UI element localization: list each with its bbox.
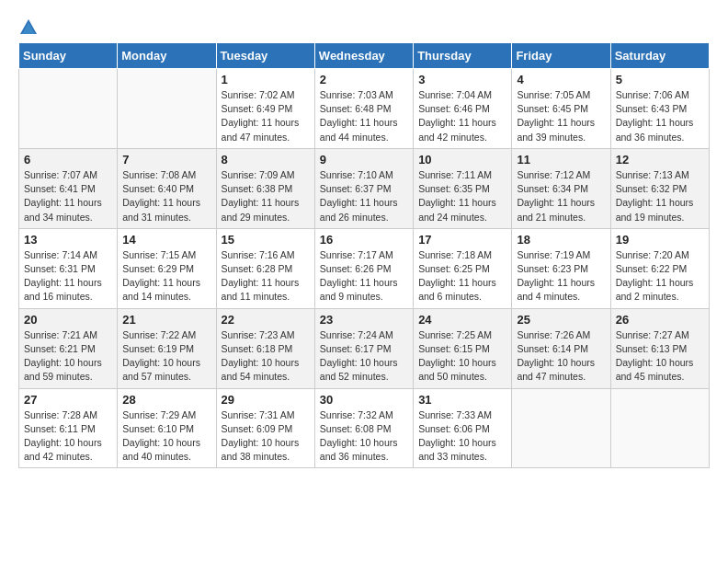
day-number: 14 xyxy=(122,233,210,247)
weekday-header-saturday: Saturday xyxy=(610,43,709,69)
day-info: Sunrise: 7:29 AM Sunset: 6:10 PM Dayligh… xyxy=(122,408,210,465)
calendar-cell: 7Sunrise: 7:08 AM Sunset: 6:40 PM Daylig… xyxy=(118,148,216,228)
day-info: Sunrise: 7:21 AM Sunset: 6:21 PM Dayligh… xyxy=(24,328,112,385)
weekday-header-friday: Friday xyxy=(512,43,610,69)
calendar-cell: 24Sunrise: 7:25 AM Sunset: 6:15 PM Dayli… xyxy=(414,308,512,388)
day-number: 25 xyxy=(517,313,605,327)
day-info: Sunrise: 7:26 AM Sunset: 6:14 PM Dayligh… xyxy=(517,328,605,385)
day-info: Sunrise: 7:08 AM Sunset: 6:40 PM Dayligh… xyxy=(122,168,210,224)
day-info: Sunrise: 7:24 AM Sunset: 6:17 PM Dayligh… xyxy=(320,328,408,385)
day-number: 11 xyxy=(517,153,605,167)
weekday-header-wednesday: Wednesday xyxy=(314,43,413,69)
calendar-cell: 2Sunrise: 7:03 AM Sunset: 6:48 PM Daylig… xyxy=(314,69,413,149)
day-number: 29 xyxy=(222,393,310,407)
calendar-cell: 11Sunrise: 7:12 AM Sunset: 6:34 PM Dayli… xyxy=(512,148,610,228)
day-info: Sunrise: 7:19 AM Sunset: 6:23 PM Dayligh… xyxy=(517,248,605,304)
weekday-header-tuesday: Tuesday xyxy=(216,43,314,69)
day-number: 19 xyxy=(616,233,704,247)
day-number: 31 xyxy=(418,393,506,407)
day-info: Sunrise: 7:17 AM Sunset: 6:26 PM Dayligh… xyxy=(320,248,408,304)
day-number: 20 xyxy=(24,313,112,327)
weekday-header-monday: Monday xyxy=(118,43,216,69)
calendar-cell: 13Sunrise: 7:14 AM Sunset: 6:31 PM Dayli… xyxy=(19,228,118,308)
calendar-cell: 27Sunrise: 7:28 AM Sunset: 6:11 PM Dayli… xyxy=(19,388,118,468)
day-number: 17 xyxy=(418,233,506,247)
day-number: 9 xyxy=(320,153,408,167)
day-number: 26 xyxy=(616,313,704,327)
day-number: 15 xyxy=(222,233,310,247)
day-info: Sunrise: 7:31 AM Sunset: 6:09 PM Dayligh… xyxy=(222,408,310,465)
day-info: Sunrise: 7:14 AM Sunset: 6:31 PM Dayligh… xyxy=(24,248,112,304)
day-number: 27 xyxy=(24,393,112,407)
day-info: Sunrise: 7:11 AM Sunset: 6:35 PM Dayligh… xyxy=(418,168,506,224)
calendar-cell: 21Sunrise: 7:22 AM Sunset: 6:19 PM Dayli… xyxy=(118,308,216,388)
day-info: Sunrise: 7:12 AM Sunset: 6:34 PM Dayligh… xyxy=(517,168,605,224)
day-info: Sunrise: 7:27 AM Sunset: 6:13 PM Dayligh… xyxy=(616,328,704,385)
logo-general xyxy=(18,15,39,39)
calendar-week-5: 27Sunrise: 7:28 AM Sunset: 6:11 PM Dayli… xyxy=(19,388,710,468)
calendar-cell: 1Sunrise: 7:02 AM Sunset: 6:49 PM Daylig… xyxy=(216,69,314,149)
calendar-cell xyxy=(610,388,709,468)
calendar-cell xyxy=(118,69,216,149)
day-number: 10 xyxy=(418,153,506,167)
calendar-cell: 20Sunrise: 7:21 AM Sunset: 6:21 PM Dayli… xyxy=(19,308,118,388)
calendar-cell: 22Sunrise: 7:23 AM Sunset: 6:18 PM Dayli… xyxy=(216,308,314,388)
calendar-cell: 19Sunrise: 7:20 AM Sunset: 6:22 PM Dayli… xyxy=(610,228,709,308)
calendar-cell: 28Sunrise: 7:29 AM Sunset: 6:10 PM Dayli… xyxy=(118,388,216,468)
calendar-cell: 9Sunrise: 7:10 AM Sunset: 6:37 PM Daylig… xyxy=(314,148,413,228)
calendar-week-3: 13Sunrise: 7:14 AM Sunset: 6:31 PM Dayli… xyxy=(19,228,710,308)
day-info: Sunrise: 7:15 AM Sunset: 6:29 PM Dayligh… xyxy=(122,248,210,304)
calendar-cell: 16Sunrise: 7:17 AM Sunset: 6:26 PM Dayli… xyxy=(314,228,413,308)
calendar-cell: 3Sunrise: 7:04 AM Sunset: 6:46 PM Daylig… xyxy=(414,69,512,149)
calendar-week-4: 20Sunrise: 7:21 AM Sunset: 6:21 PM Dayli… xyxy=(19,308,710,388)
calendar-cell: 10Sunrise: 7:11 AM Sunset: 6:35 PM Dayli… xyxy=(414,148,512,228)
calendar-cell: 30Sunrise: 7:32 AM Sunset: 6:08 PM Dayli… xyxy=(314,388,413,468)
calendar-cell: 12Sunrise: 7:13 AM Sunset: 6:32 PM Dayli… xyxy=(610,148,709,228)
day-number: 30 xyxy=(320,393,408,407)
day-number: 13 xyxy=(24,233,112,247)
day-number: 18 xyxy=(517,233,605,247)
calendar-cell xyxy=(19,69,118,149)
calendar-table: SundayMondayTuesdayWednesdayThursdayFrid… xyxy=(18,42,710,468)
day-number: 16 xyxy=(320,233,408,247)
day-number: 5 xyxy=(616,73,704,86)
calendar-cell: 15Sunrise: 7:16 AM Sunset: 6:28 PM Dayli… xyxy=(216,228,314,308)
calendar-cell: 17Sunrise: 7:18 AM Sunset: 6:25 PM Dayli… xyxy=(414,228,512,308)
calendar-cell: 4Sunrise: 7:05 AM Sunset: 6:45 PM Daylig… xyxy=(512,69,610,149)
calendar-cell: 14Sunrise: 7:15 AM Sunset: 6:29 PM Dayli… xyxy=(118,228,216,308)
calendar-cell: 26Sunrise: 7:27 AM Sunset: 6:13 PM Dayli… xyxy=(610,308,709,388)
day-number: 4 xyxy=(517,73,605,86)
calendar-cell: 29Sunrise: 7:31 AM Sunset: 6:09 PM Dayli… xyxy=(216,388,314,468)
day-info: Sunrise: 7:25 AM Sunset: 6:15 PM Dayligh… xyxy=(418,328,506,385)
day-info: Sunrise: 7:22 AM Sunset: 6:19 PM Dayligh… xyxy=(122,328,210,385)
day-info: Sunrise: 7:10 AM Sunset: 6:37 PM Dayligh… xyxy=(320,168,408,224)
day-info: Sunrise: 7:33 AM Sunset: 6:06 PM Dayligh… xyxy=(418,408,506,465)
day-number: 23 xyxy=(320,313,408,327)
day-number: 1 xyxy=(222,73,310,86)
weekday-header-thursday: Thursday xyxy=(414,43,512,69)
day-number: 22 xyxy=(222,313,310,327)
day-number: 21 xyxy=(122,313,210,327)
day-info: Sunrise: 7:13 AM Sunset: 6:32 PM Dayligh… xyxy=(616,168,704,224)
day-number: 8 xyxy=(222,153,310,167)
day-number: 12 xyxy=(616,153,704,167)
day-number: 6 xyxy=(24,153,112,167)
calendar-cell: 5Sunrise: 7:06 AM Sunset: 6:43 PM Daylig… xyxy=(610,69,709,149)
day-number: 28 xyxy=(122,393,210,407)
calendar-cell: 23Sunrise: 7:24 AM Sunset: 6:17 PM Dayli… xyxy=(314,308,413,388)
calendar-cell: 8Sunrise: 7:09 AM Sunset: 6:38 PM Daylig… xyxy=(216,148,314,228)
day-info: Sunrise: 7:04 AM Sunset: 6:46 PM Dayligh… xyxy=(418,88,506,144)
header xyxy=(18,15,710,33)
page: SundayMondayTuesdayWednesdayThursdayFrid… xyxy=(0,0,728,483)
calendar-cell: 31Sunrise: 7:33 AM Sunset: 6:06 PM Dayli… xyxy=(414,388,512,468)
day-info: Sunrise: 7:07 AM Sunset: 6:41 PM Dayligh… xyxy=(24,168,112,224)
day-info: Sunrise: 7:20 AM Sunset: 6:22 PM Dayligh… xyxy=(616,248,704,304)
day-info: Sunrise: 7:02 AM Sunset: 6:49 PM Dayligh… xyxy=(222,88,310,144)
day-number: 3 xyxy=(418,73,506,86)
day-info: Sunrise: 7:32 AM Sunset: 6:08 PM Dayligh… xyxy=(320,408,408,465)
logo xyxy=(18,15,39,33)
day-info: Sunrise: 7:16 AM Sunset: 6:28 PM Dayligh… xyxy=(222,248,310,304)
calendar-cell: 18Sunrise: 7:19 AM Sunset: 6:23 PM Dayli… xyxy=(512,228,610,308)
calendar-week-2: 6Sunrise: 7:07 AM Sunset: 6:41 PM Daylig… xyxy=(19,148,710,228)
day-info: Sunrise: 7:23 AM Sunset: 6:18 PM Dayligh… xyxy=(222,328,310,385)
